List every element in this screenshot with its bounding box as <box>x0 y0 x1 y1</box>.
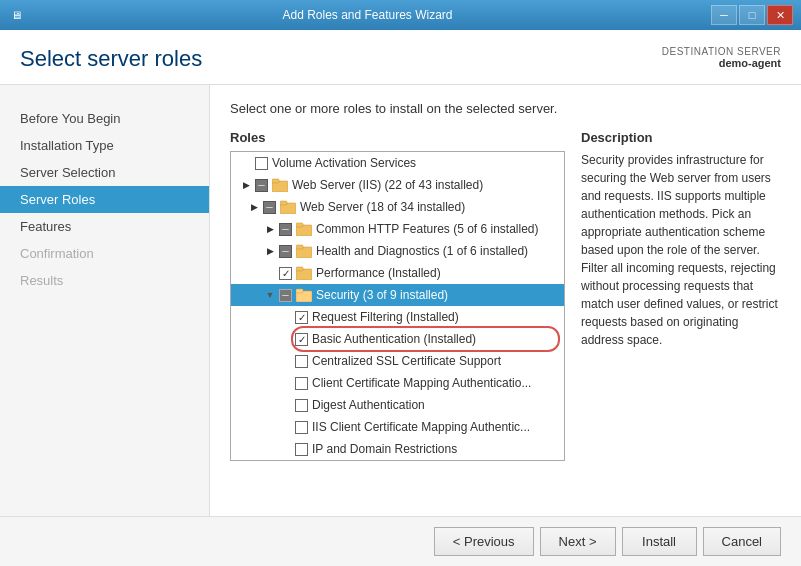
list-item[interactable]: ▶ ─ Web Server (IIS) (22 of 43 installed… <box>231 174 564 196</box>
list-item[interactable]: ▶ ─ Common HTTP Features (5 of 6 install… <box>231 218 564 240</box>
description-panel: Description Security provides infrastruc… <box>581 130 781 500</box>
maximize-button[interactable]: □ <box>739 5 765 25</box>
expander-icon[interactable]: ▼ <box>263 288 277 302</box>
app-icon: 🖥 <box>8 7 24 23</box>
install-button[interactable]: Install <box>622 527 697 556</box>
checkbox-performance[interactable]: ✓ <box>279 267 292 280</box>
item-label: Health and Diagnostics (1 of 6 installed… <box>316 244 528 258</box>
next-button[interactable]: Next > <box>540 527 616 556</box>
list-item[interactable]: Volume Activation Services <box>231 152 564 174</box>
item-label: Performance (Installed) <box>316 266 441 280</box>
checkbox-request-filtering[interactable]: ✓ <box>295 311 308 324</box>
destination-label: DESTINATION SERVER <box>662 46 781 57</box>
expander-icon <box>279 310 293 324</box>
checkbox-client-cert[interactable] <box>295 377 308 390</box>
expander-icon <box>279 354 293 368</box>
list-item-basic-auth[interactable]: ✓ Basic Authentication (Installed) <box>231 328 564 350</box>
nav-item-features[interactable]: Features <box>0 213 209 240</box>
minimize-button[interactable]: ─ <box>711 5 737 25</box>
checkbox-webserver[interactable]: ─ <box>255 179 268 192</box>
item-label: Request Filtering (Installed) <box>312 310 459 324</box>
folder-icon <box>296 288 312 302</box>
title-bar: 🖥 Add Roles and Features Wizard ─ □ ✕ <box>0 0 801 30</box>
item-label: Web Server (IIS) (22 of 43 installed) <box>292 178 483 192</box>
wizard-body: Before You Begin Installation Type Serve… <box>0 85 801 516</box>
folder-icon <box>272 178 288 192</box>
checkbox-health[interactable]: ─ <box>279 245 292 258</box>
checkbox-volume[interactable] <box>255 157 268 170</box>
checkbox-digest[interactable] <box>295 399 308 412</box>
wizard-header: Select server roles DESTINATION SERVER d… <box>0 30 801 85</box>
expander-icon[interactable]: ▶ <box>263 244 277 258</box>
previous-button[interactable]: < Previous <box>434 527 534 556</box>
item-label: IIS Client Certificate Mapping Authentic… <box>312 420 530 434</box>
wizard-container: Select server roles DESTINATION SERVER d… <box>0 30 801 566</box>
destination-server-info: DESTINATION SERVER demo-agent <box>662 46 781 69</box>
left-nav: Before You Begin Installation Type Serve… <box>0 85 210 516</box>
checkbox-webserver-inner[interactable]: ─ <box>263 201 276 214</box>
expander-icon <box>279 398 293 412</box>
nav-item-server-roles[interactable]: Server Roles <box>0 186 209 213</box>
list-item[interactable]: IIS Client Certificate Mapping Authentic… <box>231 416 564 438</box>
expander-icon[interactable]: ▶ <box>247 200 261 214</box>
list-item[interactable]: ✓ Request Filtering (Installed) <box>231 306 564 328</box>
list-item[interactable]: URL Autho... <box>231 460 564 461</box>
item-label: Security (3 of 9 installed) <box>316 288 448 302</box>
item-label: Web Server (18 of 34 installed) <box>300 200 465 214</box>
list-item[interactable]: ▶ ─ Health and Diagnostics (1 of 6 insta… <box>231 240 564 262</box>
item-label: Volume Activation Services <box>272 156 416 170</box>
description-label: Description <box>581 130 781 145</box>
folder-icon <box>296 266 312 280</box>
nav-item-server-selection[interactable]: Server Selection <box>0 159 209 186</box>
folder-icon <box>296 244 312 258</box>
svg-rect-11 <box>296 289 303 293</box>
nav-item-before-you-begin[interactable]: Before You Begin <box>0 105 209 132</box>
item-label: Common HTTP Features (5 of 6 installed) <box>316 222 539 236</box>
roles-panel: Roles Volume Activation Services ▶ <box>230 130 565 500</box>
checkbox-basic-auth[interactable]: ✓ <box>295 333 308 346</box>
checkbox-iis-client-cert[interactable] <box>295 421 308 434</box>
list-item[interactable]: ✓ Performance (Installed) <box>231 262 564 284</box>
cancel-button[interactable]: Cancel <box>703 527 781 556</box>
roles-listbox[interactable]: Volume Activation Services ▶ ─ <box>230 151 565 461</box>
title-bar-text: Add Roles and Features Wizard <box>24 8 711 22</box>
destination-name: demo-agent <box>662 57 781 69</box>
list-item[interactable]: Client Certificate Mapping Authenticatio… <box>231 372 564 394</box>
list-item[interactable]: Digest Authentication <box>231 394 564 416</box>
description-text: Security provides infrastructure for sec… <box>581 151 781 349</box>
expander-icon[interactable]: ▶ <box>239 178 253 192</box>
list-item-security[interactable]: ▼ ─ Security (3 of 9 installed) <box>231 284 564 306</box>
checkbox-http[interactable]: ─ <box>279 223 292 236</box>
content-columns: Roles Volume Activation Services ▶ <box>230 130 781 500</box>
item-label: Digest Authentication <box>312 398 425 412</box>
list-item[interactable]: Centralized SSL Certificate Support <box>231 350 564 372</box>
svg-rect-3 <box>280 201 287 205</box>
expander-icon <box>279 442 293 456</box>
list-item[interactable]: ▶ ─ Web Server (18 of 34 installed) <box>231 196 564 218</box>
svg-rect-1 <box>272 179 279 183</box>
content-area: Select one or more roles to install on t… <box>210 85 801 516</box>
checkbox-security[interactable]: ─ <box>279 289 292 302</box>
instruction-text: Select one or more roles to install on t… <box>230 101 781 116</box>
list-item[interactable]: IP and Domain Restrictions <box>231 438 564 460</box>
nav-item-results: Results <box>0 267 209 294</box>
title-bar-controls: ─ □ ✕ <box>711 5 793 25</box>
expander-icon <box>279 376 293 390</box>
expander-icon <box>279 332 293 346</box>
folder-icon <box>296 222 312 236</box>
expander-icon <box>239 156 253 170</box>
checkbox-ip-domain[interactable] <box>295 443 308 456</box>
wizard-footer: < Previous Next > Install Cancel <box>0 516 801 566</box>
nav-item-confirmation: Confirmation <box>0 240 209 267</box>
checkbox-ssl[interactable] <box>295 355 308 368</box>
item-label: Client Certificate Mapping Authenticatio… <box>312 376 531 390</box>
close-button[interactable]: ✕ <box>767 5 793 25</box>
svg-rect-5 <box>296 223 303 227</box>
item-label: Basic Authentication (Installed) <box>312 332 476 346</box>
expander-icon[interactable]: ▶ <box>263 222 277 236</box>
expander-icon <box>279 420 293 434</box>
page-title: Select server roles <box>20 46 202 72</box>
roles-label: Roles <box>230 130 565 145</box>
nav-item-installation-type[interactable]: Installation Type <box>0 132 209 159</box>
folder-icon <box>280 200 296 214</box>
